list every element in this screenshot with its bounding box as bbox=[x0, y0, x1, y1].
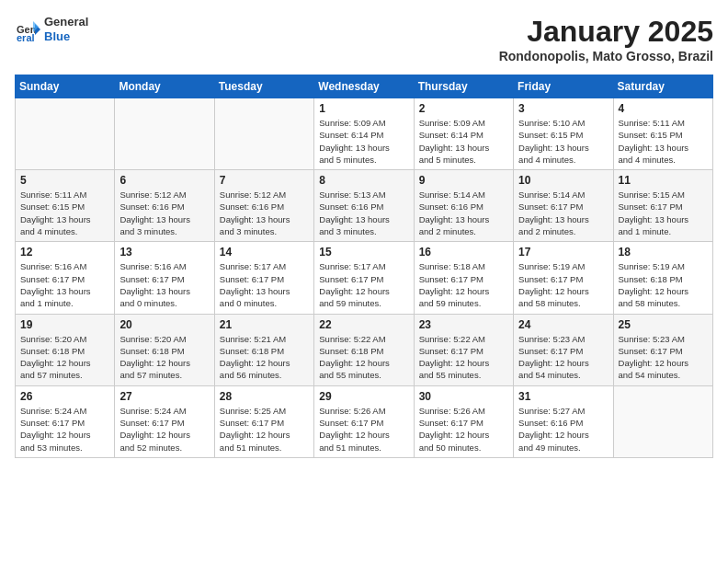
day-info: Sunrise: 5:16 AM Sunset: 6:17 PM Dayligh… bbox=[119, 260, 209, 309]
day-number: 31 bbox=[518, 390, 608, 403]
day-number: 29 bbox=[319, 390, 408, 403]
calendar-cell: 1Sunrise: 5:09 AM Sunset: 6:14 PM Daylig… bbox=[314, 98, 414, 170]
logo: Gen eral General Blue bbox=[15, 15, 88, 43]
day-header-sunday: Sunday bbox=[16, 75, 115, 98]
calendar-cell: 29Sunrise: 5:26 AM Sunset: 6:17 PM Dayli… bbox=[314, 385, 414, 457]
calendar-cell: 3Sunrise: 5:10 AM Sunset: 6:15 PM Daylig… bbox=[514, 98, 613, 170]
day-info: Sunrise: 5:11 AM Sunset: 6:15 PM Dayligh… bbox=[20, 189, 109, 237]
day-number: 6 bbox=[119, 174, 209, 187]
calendar-cell: 2Sunrise: 5:09 AM Sunset: 6:14 PM Daylig… bbox=[414, 98, 513, 170]
day-header-saturday: Saturday bbox=[613, 75, 712, 98]
calendar-cell: 31Sunrise: 5:27 AM Sunset: 6:16 PM Dayli… bbox=[514, 385, 613, 457]
day-number: 21 bbox=[220, 318, 309, 331]
day-info: Sunrise: 5:09 AM Sunset: 6:14 PM Dayligh… bbox=[319, 117, 408, 166]
day-number: 19 bbox=[20, 318, 109, 331]
calendar-cell: 17Sunrise: 5:19 AM Sunset: 6:17 PM Dayli… bbox=[514, 242, 613, 314]
day-info: Sunrise: 5:12 AM Sunset: 6:16 PM Dayligh… bbox=[220, 189, 309, 237]
calendar-cell: 25Sunrise: 5:23 AM Sunset: 6:17 PM Dayli… bbox=[613, 314, 712, 385]
calendar-cell: 14Sunrise: 5:17 AM Sunset: 6:17 PM Dayli… bbox=[214, 242, 313, 314]
day-info: Sunrise: 5:20 AM Sunset: 6:18 PM Dayligh… bbox=[119, 333, 209, 382]
day-info: Sunrise: 5:18 AM Sunset: 6:17 PM Dayligh… bbox=[419, 260, 508, 309]
day-info: Sunrise: 5:14 AM Sunset: 6:16 PM Dayligh… bbox=[419, 189, 508, 237]
day-number: 13 bbox=[119, 246, 209, 259]
day-header-monday: Monday bbox=[115, 75, 214, 98]
calendar-cell: 28Sunrise: 5:25 AM Sunset: 6:17 PM Dayli… bbox=[214, 385, 313, 457]
day-info: Sunrise: 5:09 AM Sunset: 6:14 PM Dayligh… bbox=[419, 117, 508, 166]
logo-general-text: General bbox=[44, 15, 88, 29]
calendar-week-row: 26Sunrise: 5:24 AM Sunset: 6:17 PM Dayli… bbox=[16, 385, 713, 457]
logo-text: General Blue bbox=[44, 15, 88, 43]
day-info: Sunrise: 5:19 AM Sunset: 6:18 PM Dayligh… bbox=[619, 260, 708, 309]
day-number: 1 bbox=[319, 102, 408, 115]
calendar-cell: 9Sunrise: 5:14 AM Sunset: 6:16 PM Daylig… bbox=[414, 170, 513, 242]
day-number: 2 bbox=[419, 102, 508, 115]
calendar-cell: 4Sunrise: 5:11 AM Sunset: 6:15 PM Daylig… bbox=[613, 98, 712, 170]
day-number: 18 bbox=[619, 246, 708, 259]
calendar-cell: 30Sunrise: 5:26 AM Sunset: 6:17 PM Dayli… bbox=[414, 385, 513, 457]
calendar-cell: 13Sunrise: 5:16 AM Sunset: 6:17 PM Dayli… bbox=[115, 242, 214, 314]
day-number: 16 bbox=[419, 246, 508, 259]
calendar-week-row: 12Sunrise: 5:16 AM Sunset: 6:17 PM Dayli… bbox=[16, 242, 713, 314]
calendar-cell: 10Sunrise: 5:14 AM Sunset: 6:17 PM Dayli… bbox=[514, 170, 613, 242]
calendar-week-row: 5Sunrise: 5:11 AM Sunset: 6:15 PM Daylig… bbox=[16, 170, 713, 242]
calendar-table: SundayMondayTuesdayWednesdayThursdayFrid… bbox=[15, 75, 713, 458]
day-info: Sunrise: 5:22 AM Sunset: 6:18 PM Dayligh… bbox=[319, 333, 408, 382]
day-number: 27 bbox=[119, 390, 209, 403]
calendar-cell: 8Sunrise: 5:13 AM Sunset: 6:16 PM Daylig… bbox=[314, 170, 414, 242]
calendar-cell bbox=[115, 98, 214, 170]
calendar-cell: 21Sunrise: 5:21 AM Sunset: 6:18 PM Dayli… bbox=[214, 314, 313, 385]
calendar-cell bbox=[16, 98, 115, 170]
day-number: 14 bbox=[220, 246, 309, 259]
calendar-cell: 5Sunrise: 5:11 AM Sunset: 6:15 PM Daylig… bbox=[16, 170, 115, 242]
day-header-wednesday: Wednesday bbox=[314, 75, 414, 98]
day-info: Sunrise: 5:23 AM Sunset: 6:17 PM Dayligh… bbox=[619, 333, 708, 382]
header: Gen eral General Blue January 2025 Rondo… bbox=[15, 15, 713, 63]
logo-blue-text: Blue bbox=[44, 29, 88, 44]
calendar-cell: 18Sunrise: 5:19 AM Sunset: 6:18 PM Dayli… bbox=[613, 242, 712, 314]
calendar-cell: 15Sunrise: 5:17 AM Sunset: 6:17 PM Dayli… bbox=[314, 242, 414, 314]
day-number: 20 bbox=[119, 318, 209, 331]
day-number: 25 bbox=[619, 318, 708, 331]
calendar-cell: 27Sunrise: 5:24 AM Sunset: 6:17 PM Dayli… bbox=[115, 385, 214, 457]
day-info: Sunrise: 5:21 AM Sunset: 6:18 PM Dayligh… bbox=[220, 333, 309, 382]
day-header-friday: Friday bbox=[514, 75, 613, 98]
day-number: 24 bbox=[518, 318, 608, 331]
day-info: Sunrise: 5:19 AM Sunset: 6:17 PM Dayligh… bbox=[518, 260, 608, 309]
day-number: 30 bbox=[419, 390, 508, 403]
calendar-week-row: 1Sunrise: 5:09 AM Sunset: 6:14 PM Daylig… bbox=[16, 98, 713, 170]
day-number: 17 bbox=[518, 246, 608, 259]
month-title: January 2025 bbox=[499, 15, 713, 49]
day-info: Sunrise: 5:26 AM Sunset: 6:17 PM Dayligh… bbox=[419, 405, 508, 454]
day-number: 8 bbox=[319, 174, 408, 187]
location-title: Rondonopolis, Mato Grosso, Brazil bbox=[499, 49, 713, 63]
day-number: 4 bbox=[619, 102, 708, 115]
title-block: January 2025 Rondonopolis, Mato Grosso, … bbox=[499, 15, 713, 63]
day-number: 3 bbox=[518, 102, 608, 115]
calendar-cell: 11Sunrise: 5:15 AM Sunset: 6:17 PM Dayli… bbox=[613, 170, 712, 242]
day-header-tuesday: Tuesday bbox=[214, 75, 313, 98]
calendar-cell: 22Sunrise: 5:22 AM Sunset: 6:18 PM Dayli… bbox=[314, 314, 414, 385]
day-info: Sunrise: 5:24 AM Sunset: 6:17 PM Dayligh… bbox=[119, 405, 209, 454]
day-info: Sunrise: 5:10 AM Sunset: 6:15 PM Dayligh… bbox=[518, 117, 608, 166]
day-info: Sunrise: 5:17 AM Sunset: 6:17 PM Dayligh… bbox=[319, 260, 408, 309]
day-number: 22 bbox=[319, 318, 408, 331]
calendar-cell: 23Sunrise: 5:22 AM Sunset: 6:17 PM Dayli… bbox=[414, 314, 513, 385]
day-number: 7 bbox=[220, 174, 309, 187]
day-number: 28 bbox=[220, 390, 309, 403]
calendar-cell: 19Sunrise: 5:20 AM Sunset: 6:18 PM Dayli… bbox=[16, 314, 115, 385]
day-info: Sunrise: 5:17 AM Sunset: 6:17 PM Dayligh… bbox=[220, 260, 309, 309]
day-number: 12 bbox=[20, 246, 109, 259]
day-info: Sunrise: 5:13 AM Sunset: 6:16 PM Dayligh… bbox=[319, 189, 408, 237]
calendar-cell: 16Sunrise: 5:18 AM Sunset: 6:17 PM Dayli… bbox=[414, 242, 513, 314]
calendar-cell bbox=[613, 385, 712, 457]
day-info: Sunrise: 5:23 AM Sunset: 6:17 PM Dayligh… bbox=[518, 333, 608, 382]
day-info: Sunrise: 5:24 AM Sunset: 6:17 PM Dayligh… bbox=[20, 405, 109, 454]
day-number: 5 bbox=[20, 174, 109, 187]
day-info: Sunrise: 5:25 AM Sunset: 6:17 PM Dayligh… bbox=[220, 405, 309, 454]
svg-text:eral: eral bbox=[17, 32, 35, 42]
logo-icon: Gen eral bbox=[15, 17, 40, 42]
day-number: 10 bbox=[518, 174, 608, 187]
day-info: Sunrise: 5:11 AM Sunset: 6:15 PM Dayligh… bbox=[619, 117, 708, 166]
calendar-cell: 26Sunrise: 5:24 AM Sunset: 6:17 PM Dayli… bbox=[16, 385, 115, 457]
day-info: Sunrise: 5:16 AM Sunset: 6:17 PM Dayligh… bbox=[20, 260, 109, 309]
